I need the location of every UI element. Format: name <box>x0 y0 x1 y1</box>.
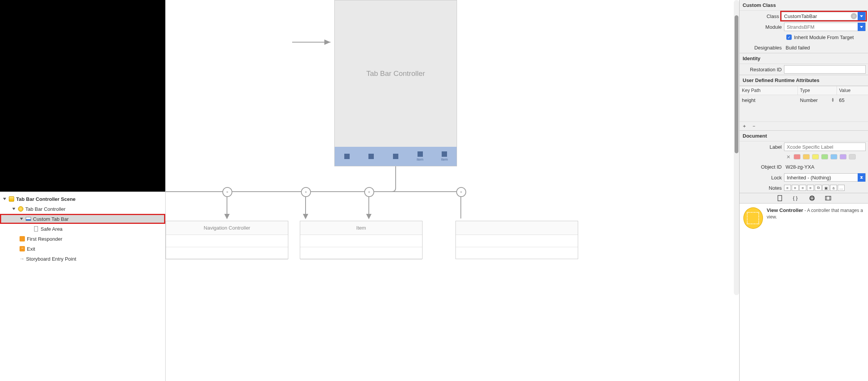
tree-item-exit[interactable]: Exit <box>0 244 165 254</box>
tabbar-item[interactable] <box>359 147 384 166</box>
udra-row[interactable]: height Number▲▼ 65 <box>740 95 868 105</box>
color-swatch[interactable] <box>812 154 819 159</box>
tabbar-controller-frame[interactable]: Tab Bar Controller Item Item <box>334 0 457 166</box>
color-swatch[interactable] <box>794 154 801 159</box>
segue-pin-icon[interactable]: ∘ <box>301 187 311 197</box>
class-input[interactable] <box>782 12 851 20</box>
tree-item-label: First Responder <box>27 236 62 242</box>
udra-keypath-cell[interactable]: height <box>740 97 798 103</box>
udra-col-type[interactable]: Type <box>798 86 837 95</box>
link-icon[interactable]: ⧉ <box>815 185 822 191</box>
remove-attribute-button[interactable]: － <box>751 123 756 130</box>
align-justify-icon[interactable]: ≡ <box>807 185 814 191</box>
module-input[interactable] <box>784 23 858 31</box>
code-snippet-tab-icon[interactable]: { } <box>792 195 799 202</box>
module-label: Module <box>742 24 782 30</box>
child-vc-frame[interactable] <box>455 221 578 259</box>
tabbar-item-label: Item <box>417 158 424 161</box>
square-icon <box>418 151 423 157</box>
square-icon <box>442 151 447 157</box>
inherit-module-label: Inherit Module From Target <box>794 34 854 40</box>
child-vc-frame[interactable]: Item <box>300 221 422 259</box>
dropdown-arrow-icon[interactable] <box>858 173 865 182</box>
segue-pin-icon[interactable]: ∘ <box>222 187 232 197</box>
udra-table[interactable]: Key Path Type Value height Number▲▼ 65 ＋… <box>740 86 868 131</box>
viewcontroller-library-icon <box>743 207 763 229</box>
clear-color-icon[interactable]: ✕ <box>786 154 791 160</box>
objectid-label: Object ID <box>742 164 782 170</box>
disclosure-triangle-icon[interactable] <box>19 217 24 221</box>
add-attribute-button[interactable]: ＋ <box>742 123 747 130</box>
image-icon[interactable]: ▣ <box>822 185 829 191</box>
canvas-scrollbar[interactable] <box>734 0 739 295</box>
library-item-title: View Controller <box>767 207 803 213</box>
udra-type-text: Number <box>800 97 818 103</box>
child-row <box>300 235 422 247</box>
tree-item-first-responder[interactable]: First Responder <box>0 234 165 244</box>
tabbar-preview[interactable]: Item Item <box>335 147 457 166</box>
color-swatch[interactable] <box>849 154 856 159</box>
color-swatch[interactable] <box>803 154 810 159</box>
library-item[interactable]: View Controller - A controller that mana… <box>740 204 868 381</box>
class-field[interactable]: ○ <box>781 12 866 20</box>
more-icon[interactable]: … <box>838 185 845 191</box>
svg-marker-4 <box>324 39 330 45</box>
udra-col-keypath[interactable]: Key Path <box>740 86 798 95</box>
storyboard-canvas[interactable]: ∘ ∘ ∘ ∘ Tab Bar Controller Item Item Nav… <box>166 0 739 381</box>
disclosure-triangle-icon[interactable] <box>12 207 16 211</box>
svg-marker-1 <box>12 208 15 210</box>
dropdown-arrow-icon[interactable] <box>858 12 865 20</box>
udra-value-cell[interactable]: 65 <box>837 97 868 103</box>
scene-root[interactable]: Tab Bar Controller Scene <box>0 194 165 204</box>
font-icon[interactable]: a <box>830 185 837 191</box>
color-swatch[interactable] <box>821 154 828 159</box>
svg-marker-16 <box>860 177 863 179</box>
svg-rect-20 <box>811 197 813 199</box>
inherit-module-checkbox[interactable]: ✓ <box>786 34 792 40</box>
library-tab-bar[interactable]: { } <box>740 193 868 204</box>
lock-value: Inherited - (Nothing) <box>784 175 858 181</box>
tabbar-item[interactable] <box>335 147 359 166</box>
notes-format-toolbar[interactable]: ≡ ≡ ≡ ≡ ⧉ ▣ a … <box>784 185 866 191</box>
object-library-tab-icon[interactable] <box>809 195 815 202</box>
tree-item-tabbar-controller[interactable]: Tab Bar Controller <box>0 204 165 214</box>
svg-marker-13 <box>860 15 863 17</box>
disclosure-triangle-icon[interactable] <box>2 197 7 201</box>
label-color-swatches[interactable]: ✕ <box>740 152 868 161</box>
child-vc-title: Navigation Controller <box>166 221 288 235</box>
tabbar-item[interactable] <box>383 147 408 166</box>
dropdown-arrow-icon[interactable] <box>858 23 865 31</box>
stepper-icon[interactable]: ▲▼ <box>831 98 834 102</box>
svg-marker-11 <box>366 214 372 219</box>
udra-col-value[interactable]: Value <box>837 86 868 95</box>
svg-marker-7 <box>224 214 230 219</box>
tree-item-entry-point[interactable]: → Storyboard Entry Point <box>0 254 165 264</box>
tabbar-item-label: Item <box>441 158 448 161</box>
child-vc-frame[interactable]: Navigation Controller <box>166 221 288 259</box>
udra-type-cell[interactable]: Number▲▼ <box>798 97 837 103</box>
doc-label-input[interactable] <box>784 143 866 151</box>
exit-icon <box>19 246 25 252</box>
module-field[interactable] <box>784 23 866 31</box>
clear-icon[interactable]: ○ <box>851 13 857 19</box>
scrollbar-thumb[interactable] <box>735 15 738 153</box>
udra-empty-area <box>740 105 868 122</box>
color-swatch[interactable] <box>840 154 847 159</box>
lock-select[interactable]: Inherited - (Nothing) <box>784 173 866 182</box>
identity-inspector: Custom Class Class ○ Module ✓ Inherit Mo… <box>739 0 868 381</box>
tree-item-custom-tab-bar[interactable]: Custom Tab Bar <box>0 214 165 224</box>
align-left-icon[interactable]: ≡ <box>784 185 791 191</box>
tabbar-item[interactable]: Item <box>432 147 457 166</box>
file-template-tab-icon[interactable] <box>776 195 783 202</box>
restoration-id-input[interactable] <box>784 65 866 74</box>
scene-outline[interactable]: Tab Bar Controller Scene Tab Bar Control… <box>0 192 165 381</box>
segue-pin-icon[interactable]: ∘ <box>456 187 466 197</box>
square-icon <box>393 154 398 159</box>
align-right-icon[interactable]: ≡ <box>799 185 806 191</box>
tree-item-safe-area[interactable]: Safe Area <box>0 224 165 234</box>
color-swatch[interactable] <box>830 154 837 159</box>
media-library-tab-icon[interactable] <box>825 195 832 202</box>
align-center-icon[interactable]: ≡ <box>792 185 799 191</box>
tabbar-item[interactable]: Item <box>408 147 432 166</box>
segue-pin-icon[interactable]: ∘ <box>364 187 374 197</box>
